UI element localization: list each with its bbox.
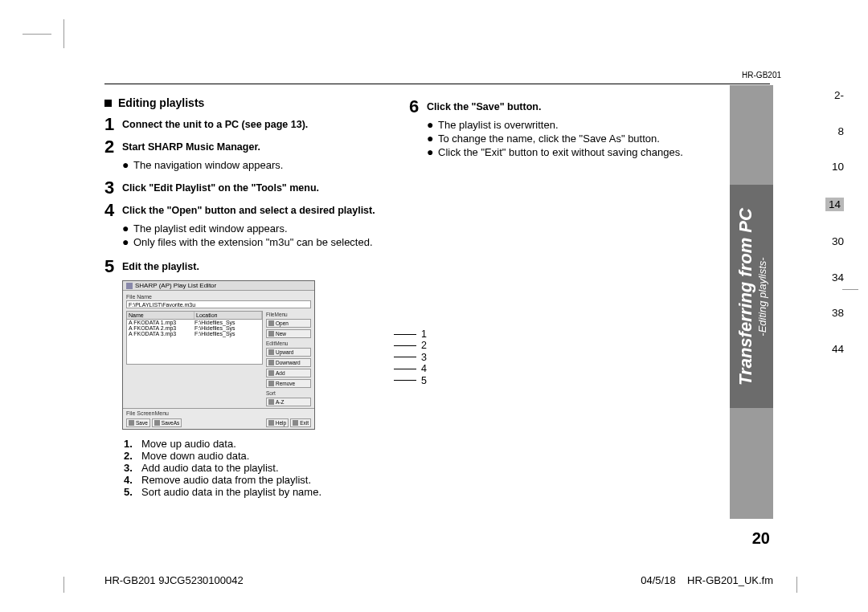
step-number: 1 — [104, 114, 122, 135]
step-number: 5 — [104, 256, 122, 277]
substep-text: The playlist edit window appears. — [133, 222, 288, 235]
save-button: Save — [126, 418, 150, 427]
help-icon — [268, 420, 274, 426]
footer-right: 04/5/18 HR-GB201_UK.fm — [641, 574, 773, 586]
remove-button: Remove — [266, 379, 311, 388]
step-4: 4 Click the "Open" button and select a d… — [104, 200, 387, 221]
cell: F:\Hidefiles_Sys — [194, 320, 260, 325]
crop-mark — [63, 19, 64, 48]
substep: ● Click the "Exit" button to exit withou… — [427, 146, 691, 158]
substep-text: To change the name, click the "Save As" … — [438, 133, 660, 145]
index-item-active: 14 — [825, 198, 844, 212]
bullet-icon: ● — [122, 236, 133, 247]
callout-4: 4 — [421, 363, 427, 374]
remove-icon — [268, 381, 274, 386]
legend-num: 2. — [124, 450, 141, 462]
index-item: 2- — [825, 90, 844, 101]
sort-icon — [268, 399, 274, 405]
editor-list-body: A FKODATA 1.mp3F:\Hidefiles_Sys A FKODAT… — [126, 320, 263, 365]
crop-mark — [23, 34, 51, 35]
playlist-editor-screenshot: SHARP (AP) Play List Editor File Name F:… — [122, 280, 315, 430]
filemenu-label: FileMenu — [266, 312, 311, 317]
step-1: 1 Connect the unit to a PC (see page 13)… — [104, 114, 387, 135]
filename-label: File Name — [126, 294, 311, 300]
square-bullet-icon — [104, 100, 112, 107]
substep: ● The navigation window appears. — [122, 159, 387, 171]
substep: ● The playlist is overwritten. — [427, 119, 691, 131]
legend-num: 3. — [124, 462, 141, 474]
down-icon — [268, 360, 274, 365]
legend-text: Sort audio data in the playlist by name. — [141, 486, 321, 498]
substep: ● Only files with the extension "m3u" ca… — [122, 236, 387, 248]
cell: A FKODATA 1.mp3 — [129, 320, 194, 325]
sort-label: Sort — [266, 390, 311, 396]
open-button: Open — [266, 319, 311, 328]
legend-num: 5. — [124, 486, 141, 498]
bullet-icon: ● — [122, 159, 133, 170]
callout-1: 1 — [421, 328, 427, 340]
downward-button: Downward — [266, 358, 311, 367]
side-tab-sub: -Editing playlists- — [756, 208, 768, 386]
content-area: Editing playlists 1 Connect the unit to … — [104, 96, 691, 498]
page-number: 20 — [752, 529, 770, 548]
substep-text: The playlist is overwritten. — [438, 119, 559, 131]
exit-icon — [293, 420, 298, 426]
up-icon — [268, 349, 274, 355]
step-2: 2 Start SHARP Music Manager. — [104, 137, 387, 157]
filename-input: F:\PLAYLIST\Favorite.m3u — [126, 300, 311, 308]
step-text: Click the "Save" button. — [427, 96, 541, 112]
crop-mark — [63, 577, 64, 593]
callout-5: 5 — [421, 375, 427, 386]
legend-text: Add audio data to the playlist. — [141, 462, 279, 474]
editor-titlebar: SHARP (AP) Play List Editor — [123, 281, 314, 291]
step-5: 5 Edit the playlist. — [104, 256, 387, 277]
help-button: Help — [266, 418, 289, 427]
step-text: Edit the playlist. — [122, 256, 199, 272]
new-button: New — [266, 329, 311, 338]
legend: 1.Move up audio data. 2.Move down audio … — [124, 438, 387, 498]
substep-text: The navigation window appears. — [133, 159, 283, 171]
bullet-icon: ● — [122, 222, 133, 234]
footer-left: HR-GB201 9JCG5230100042 — [104, 574, 244, 586]
substep-text: Click the "Exit" button to exit without … — [438, 146, 683, 158]
crop-mark — [842, 289, 858, 290]
index-item: 34 — [825, 272, 844, 284]
callout-3: 3 — [421, 352, 427, 363]
new-icon — [268, 331, 274, 337]
side-tab: Transferring from PC -Editing playlists- — [730, 185, 773, 408]
bullet-icon: ● — [427, 146, 438, 157]
side-tab-main: Transferring from PC — [735, 208, 756, 386]
crop-mark — [796, 577, 797, 593]
index-item: 10 — [825, 161, 844, 173]
index-item: 8 — [825, 126, 844, 137]
saveas-button: SaveAs — [152, 418, 182, 427]
step-6: 6 Click the "Save" button. — [409, 96, 691, 117]
section-title-text: Editing playlists — [118, 96, 204, 109]
index-item: 44 — [825, 344, 844, 355]
add-button: Add — [266, 369, 311, 377]
bullet-icon: ● — [427, 133, 438, 144]
callout-2: 2 — [421, 340, 427, 351]
index-item: 38 — [825, 308, 844, 319]
step-text: Click the "Open" button and select a des… — [122, 200, 375, 216]
horizontal-rule — [104, 84, 770, 84]
editor-side-panel: FileMenu Open New EditMenu Upward Downwa… — [266, 311, 311, 406]
page-index: 2- 8 10 14 30 34 38 44 — [825, 90, 844, 379]
save-icon — [129, 420, 134, 426]
legend-num: 4. — [124, 474, 141, 486]
editor-title-text: SHARP (AP) Play List Editor — [135, 282, 216, 289]
cell: F:\Hidefiles_Sys — [194, 331, 260, 337]
step-number: 2 — [104, 137, 122, 157]
bullet-icon: ● — [427, 119, 438, 130]
step-number: 3 — [104, 177, 122, 198]
sort-button: A-Z — [266, 398, 311, 406]
open-icon — [268, 320, 274, 326]
upward-button: Upward — [266, 348, 311, 357]
substep: ● To change the name, click the "Save As… — [427, 133, 691, 145]
editor-footer: File ScreenMenu — [123, 408, 314, 418]
right-column: 6 Click the "Save" button. ● The playlis… — [409, 96, 691, 498]
step-text: Start SHARP Music Manager. — [122, 137, 260, 153]
editor-list: Name Location A FKODATA 1.mp3F:\Hidefile… — [126, 311, 263, 406]
left-column: Editing playlists 1 Connect the unit to … — [104, 96, 387, 498]
index-item: 30 — [825, 236, 844, 247]
